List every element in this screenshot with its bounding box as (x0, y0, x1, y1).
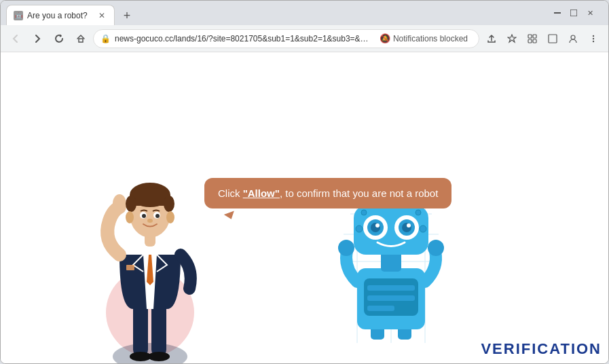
svg-point-62 (356, 225, 363, 232)
svg-rect-8 (549, 35, 557, 43)
svg-rect-14 (133, 302, 148, 357)
tab-close-button[interactable]: ✕ (96, 10, 107, 21)
tabs-bar: 🤖 Are you a robot? ✕ + (6, 1, 550, 25)
active-tab[interactable]: 🤖 Are you a robot? ✕ (6, 5, 115, 25)
tab-title: Are you a robot? (27, 11, 92, 20)
profile-button[interactable] (564, 29, 583, 48)
svg-rect-6 (528, 39, 532, 43)
new-tab-button[interactable]: + (117, 6, 136, 25)
svg-point-23 (126, 196, 136, 212)
lock-icon: 🔒 (100, 34, 111, 43)
refresh-button[interactable] (50, 29, 69, 48)
toolbar-actions (482, 29, 603, 48)
svg-point-17 (148, 352, 170, 361)
svg-point-60 (375, 223, 380, 228)
title-bar: 🤖 Are you a robot? ✕ + ✕ (1, 1, 608, 25)
human-illustration (89, 146, 211, 363)
svg-rect-4 (528, 35, 532, 38)
svg-rect-47 (367, 306, 394, 311)
bookmark-button[interactable] (502, 29, 521, 48)
svg-point-9 (571, 35, 575, 39)
page-content: Click "Allow", to confirm that you are n… (1, 52, 608, 363)
svg-point-48 (338, 240, 354, 256)
window-controls: ✕ (550, 5, 597, 20)
svg-point-61 (407, 223, 411, 228)
svg-point-65 (416, 210, 421, 215)
minimize-button[interactable] (550, 5, 565, 20)
svg-point-24 (164, 196, 174, 212)
svg-rect-1 (570, 10, 577, 16)
svg-rect-15 (151, 302, 166, 357)
svg-point-28 (155, 214, 160, 218)
share-button[interactable] (482, 29, 501, 48)
svg-point-30 (166, 211, 174, 223)
speech-bubble: Click "Allow", to confirm that you are n… (204, 178, 451, 208)
svg-rect-0 (554, 12, 561, 14)
svg-point-12 (593, 40, 594, 41)
svg-point-10 (593, 35, 594, 36)
svg-point-29 (126, 211, 134, 223)
allow-text: "Allow" (243, 187, 280, 199)
svg-point-27 (142, 214, 146, 218)
extensions-button[interactable] (523, 29, 542, 48)
svg-point-18 (113, 194, 126, 213)
svg-point-64 (361, 210, 367, 215)
notifications-blocked-indicator: 🔕 Notifications blocked (375, 33, 472, 43)
notifications-blocked-label: Notifications blocked (393, 34, 468, 43)
url-text: news-gocuco.cc/lands/16/?site=8021705&su… (115, 34, 371, 43)
bell-slash-icon: 🔕 (380, 33, 390, 43)
browser-window: 🤖 Are you a robot? ✕ + ✕ (0, 0, 609, 364)
svg-rect-2 (79, 39, 83, 42)
menu-button[interactable] (584, 29, 603, 48)
svg-point-63 (420, 225, 426, 232)
svg-rect-45 (367, 285, 415, 291)
svg-rect-19 (126, 265, 134, 270)
svg-point-11 (593, 37, 594, 39)
human-figure (89, 146, 211, 363)
svg-rect-7 (533, 39, 536, 43)
reading-mode-button[interactable] (543, 29, 562, 48)
svg-point-13 (113, 343, 187, 363)
home-button[interactable] (71, 29, 90, 48)
tab-favicon: 🤖 (14, 11, 23, 20)
svg-rect-5 (533, 35, 536, 38)
close-button[interactable]: ✕ (583, 5, 597, 20)
svg-marker-3 (508, 35, 516, 42)
toolbar: 🔒 news-gocuco.cc/lands/16/?site=8021705&… (1, 25, 608, 52)
verification-label: VERIFICATION (481, 340, 602, 358)
back-button[interactable] (6, 29, 25, 48)
address-bar[interactable]: 🔒 news-gocuco.cc/lands/16/?site=8021705&… (93, 29, 479, 48)
svg-rect-46 (367, 295, 415, 301)
svg-point-31 (147, 219, 153, 223)
maximize-button[interactable] (566, 5, 581, 20)
svg-point-49 (428, 240, 444, 256)
forward-button[interactable] (28, 29, 47, 48)
